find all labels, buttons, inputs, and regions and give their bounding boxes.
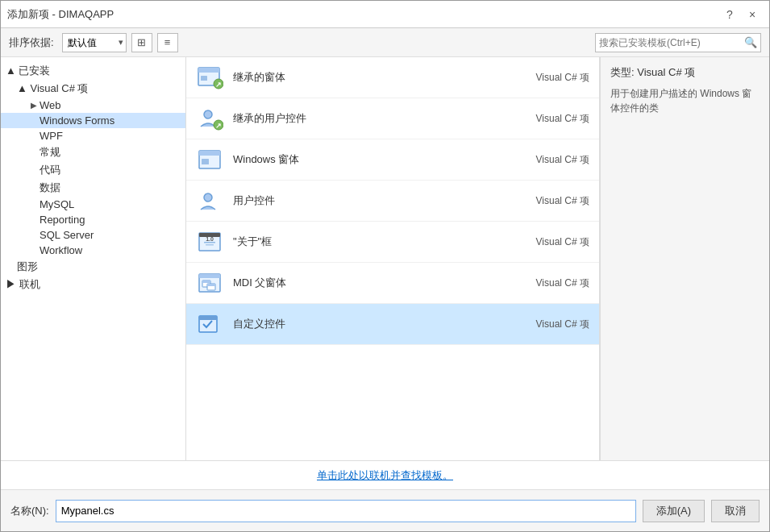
user-ctrl-icon — [196, 186, 225, 215]
toolbar: 排序依据: 默认值名称类型 ⊞ ≡ 🔍 — [1, 28, 769, 57]
grid-view-button[interactable]: ⊞ — [131, 33, 152, 52]
main-content: ▲ 已安装 ▲ Visual C# 项 ▶ Web Windows Forms … — [1, 57, 769, 460]
list-item-about-box[interactable]: 1.0 "关于"框 Visual C# 项 — [186, 222, 599, 263]
list-item-inherit-user-ctrl[interactable]: ↗ 继承的用户控件 Visual C# 项 — [186, 98, 599, 139]
custom-ctrl-name: 自定义控件 — [233, 317, 525, 331]
footer: 名称(N): 添加(A) 取消 — [1, 489, 769, 531]
sort-select[interactable]: 默认值名称类型 — [62, 33, 127, 52]
svg-rect-2 — [201, 76, 207, 81]
tuxing-label: 图形 — [17, 260, 38, 274]
web-label: Web — [40, 99, 61, 111]
info-description: 用于创建用户描述的 Windows 窗体控件的类 — [610, 86, 760, 115]
search-wrap: 🔍 — [595, 33, 761, 52]
workflow-label: Workflow — [40, 244, 82, 256]
tree-item-mysql[interactable]: MySQL — [1, 197, 185, 212]
about-box-category: Visual C# 项 — [525, 235, 589, 249]
reporting-label: Reporting — [40, 214, 85, 226]
search-input[interactable] — [599, 35, 744, 51]
dialog-title: 添加新项 - DIMAQAPP — [7, 7, 114, 22]
list-panel: ↗ 继承的窗体 Visual C# 项 ↗ 继承的用户控件 Visua — [186, 57, 600, 460]
tree-item-tuxing[interactable]: 图形 — [1, 258, 185, 276]
wpf-label: WPF — [40, 130, 63, 142]
inherit-user-ctrl-icon: ↗ — [196, 104, 225, 133]
list-item-custom-ctrl[interactable]: 自定义控件 Visual C# 项 — [186, 304, 599, 345]
tree-item-visual-csharp[interactable]: ▲ Visual C# 项 — [1, 80, 185, 98]
search-button[interactable]: 🔍 — [744, 36, 757, 48]
daima-label: 代码 — [40, 163, 60, 177]
installed-label: ▲ 已安装 — [6, 64, 50, 78]
tree-item-reporting[interactable]: Reporting — [1, 212, 185, 227]
svg-text:↗: ↗ — [215, 81, 222, 89]
svg-point-5 — [204, 110, 212, 118]
svg-rect-20 — [202, 281, 210, 283]
shuju-label: 数据 — [40, 181, 60, 195]
tree-panel: ▲ 已安装 ▲ Visual C# 项 ▶ Web Windows Forms … — [1, 57, 186, 460]
info-panel: 类型: Visual C# 项 用于创建用户描述的 Windows 窗体控件的类 — [600, 57, 769, 460]
tree-item-shuju[interactable]: 数据 — [1, 179, 185, 197]
svg-text:1.0: 1.0 — [206, 236, 214, 242]
tree-item-windows-forms[interactable]: Windows Forms — [1, 113, 185, 128]
add-button[interactable]: 添加(A) — [643, 500, 705, 522]
title-bar-left: 添加新项 - DIMAQAPP — [7, 7, 114, 22]
mysql-label: MySQL — [40, 198, 74, 210]
mdi-parent-name: MDI 父窗体 — [233, 276, 525, 290]
tree-item-workflow[interactable]: Workflow — [1, 243, 185, 258]
bottom-link[interactable]: 单击此处以联机并查找模板。 — [317, 468, 453, 483]
changgui-label: 常规 — [40, 145, 60, 160]
sqlserver-label: SQL Server — [40, 229, 94, 241]
custom-ctrl-icon — [196, 310, 225, 339]
list-item-mdi-parent[interactable]: MDI 父窗体 Visual C# 项 — [186, 263, 599, 304]
title-bar: 添加新项 - DIMAQAPP ? × — [1, 1, 769, 28]
windows-forms-label: Windows Forms — [40, 114, 114, 127]
sort-label: 排序依据: — [9, 35, 54, 50]
windows-form-icon — [196, 145, 225, 174]
svg-rect-16 — [206, 244, 214, 246]
mdi-parent-category: Visual C# 项 — [525, 276, 589, 290]
svg-rect-24 — [199, 316, 217, 320]
tree-item-sqlserver[interactable]: SQL Server — [1, 227, 185, 243]
sort-select-wrap: 默认值名称类型 — [62, 33, 127, 52]
lianji-label: ▶ 联机 — [6, 277, 40, 292]
tree-item-wpf[interactable]: WPF — [1, 128, 185, 143]
user-ctrl-name: 用户控件 — [233, 193, 525, 208]
tree-item-web[interactable]: ▶ Web — [1, 98, 185, 113]
help-button[interactable]: ? — [719, 6, 740, 23]
inherit-form-name: 继承的窗体 — [233, 70, 525, 85]
tree-item-changgui[interactable]: 常规 — [1, 143, 185, 161]
about-box-icon: 1.0 — [196, 227, 225, 256]
list-item-windows-form[interactable]: Windows 窗体 Visual C# 项 — [186, 139, 599, 181]
list-view-button[interactable]: ≡ — [157, 33, 178, 52]
visual-csharp-label: ▲ Visual C# 项 — [17, 81, 89, 96]
inherit-form-category: Visual C# 项 — [525, 71, 589, 85]
about-box-name: "关于"框 — [233, 235, 525, 249]
close-button[interactable]: × — [742, 6, 763, 23]
windows-form-name: Windows 窗体 — [233, 152, 525, 167]
user-ctrl-category: Visual C# 项 — [525, 194, 589, 208]
list-item-user-ctrl[interactable]: 用户控件 Visual C# 项 — [186, 181, 599, 222]
svg-rect-1 — [198, 68, 219, 73]
cancel-button[interactable]: 取消 — [711, 500, 760, 522]
name-label: 名称(N): — [10, 504, 49, 518]
svg-rect-9 — [199, 151, 220, 156]
tree-item-lianji[interactable]: ▶ 联机 — [1, 276, 185, 293]
name-input[interactable] — [56, 500, 636, 522]
svg-text:↗: ↗ — [215, 122, 222, 130]
svg-rect-18 — [199, 274, 220, 278]
info-type: 类型: Visual C# 项 — [610, 65, 760, 80]
web-expand-icon: ▶ — [28, 100, 40, 111]
list-item-inherit-form[interactable]: ↗ 继承的窗体 Visual C# 项 — [186, 57, 599, 98]
svg-rect-22 — [207, 284, 215, 286]
mdi-parent-icon — [196, 268, 225, 297]
inherit-user-ctrl-name: 继承的用户控件 — [233, 111, 525, 126]
bottom-link-area: 单击此处以联机并查找模板。 — [1, 460, 769, 489]
inherit-user-ctrl-category: Visual C# 项 — [525, 112, 589, 126]
tree-item-installed[interactable]: ▲ 已安装 — [1, 62, 185, 80]
custom-ctrl-category: Visual C# 项 — [525, 318, 589, 331]
title-bar-buttons: ? × — [719, 6, 763, 23]
tree-item-daima[interactable]: 代码 — [1, 161, 185, 179]
add-new-item-dialog: 添加新项 - DIMAQAPP ? × 排序依据: 默认值名称类型 ⊞ ≡ 🔍 … — [0, 0, 770, 532]
svg-rect-15 — [204, 242, 215, 243]
windows-form-category: Visual C# 项 — [525, 153, 589, 167]
svg-point-11 — [204, 193, 212, 202]
svg-rect-10 — [202, 159, 209, 164]
